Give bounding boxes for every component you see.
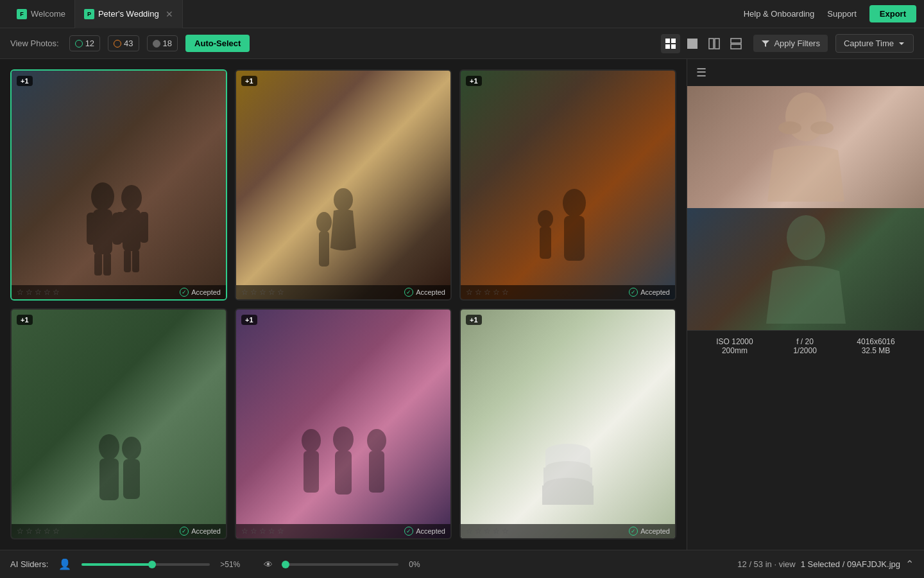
sort-button[interactable]: Capture Time [835,34,914,53]
silhouette-5 [273,423,414,519]
slider-1-container [81,563,210,566]
toolbar: View Photos: 12 43 18 Auto-Select Apply … [0,28,924,59]
grid-view-icon[interactable] [661,34,680,53]
check-icon-5: ✓ [404,527,413,536]
apply-filters-button[interactable]: Apply Filters [753,35,828,52]
photo-footer-5: ☆ ☆ ☆ ☆ ☆ ✓ Accepted [236,524,450,538]
stars-5: ☆ ☆ ☆ ☆ ☆ [241,527,284,536]
accepted-label-3: Accepted [640,288,670,296]
accepted-label-4: Accepted [191,527,221,535]
check-icon-2: ✓ [404,288,413,297]
split-view-left-icon[interactable] [705,34,724,53]
svg-point-45 [778,121,801,134]
svg-rect-20 [132,250,139,272]
photo-card-6[interactable]: +1 ☆ ☆ ☆ ☆ ☆ ✓ Accepted [459,308,676,539]
bottom-status: 12 / 53 in · view 1 Selected / 09AFJDJK.… [737,558,914,570]
accepted-badge-6: ✓ Accepted [629,527,670,536]
auto-select-button[interactable]: Auto-Select [185,35,250,52]
svg-rect-6 [715,39,719,49]
split-view-right-icon[interactable] [726,34,746,53]
photo-footer-1: ☆ ☆ ☆ ☆ ☆ ✓ Accepted [12,285,226,299]
svg-rect-29 [99,459,119,500]
dot-gray [153,40,160,48]
view-count-18[interactable]: 18 [147,35,178,51]
portrait-silhouette-1 [755,92,857,202]
selected-label: 1 Selected / 09AFJDJK.jpg [801,559,900,569]
tab-wedding-label: Peter's Wedding [98,9,159,19]
svg-point-34 [333,426,354,452]
photo-card-2[interactable]: +1 ☆ ☆ ☆ ☆ ☆ ✓ Accepted [235,69,452,301]
close-tab-icon[interactable]: ✕ [166,9,173,19]
count-18: 18 [163,39,172,48]
photo-image-6 [461,310,675,538]
meta-aperture: f / 20 1/2000 [793,337,817,355]
view-count-43[interactable]: 43 [108,35,139,51]
svg-rect-1 [671,39,676,43]
svg-point-15 [121,185,142,211]
tab-welcome[interactable]: F Welcome [8,0,75,28]
silhouette-3 [510,184,626,280]
ai-sliders-label: AI Sliders: [10,559,48,569]
preview-image-bottom[interactable] [687,208,924,330]
tab-peters-wedding[interactable]: P Peter's Wedding ✕ [75,0,183,28]
main-area: +1 ☆ ☆ ☆ ☆ ☆ ✓ Accepted [0,59,924,550]
check-icon-6: ✓ [629,527,638,536]
svg-rect-23 [319,231,329,267]
svg-rect-8 [731,44,741,49]
svg-rect-18 [140,212,148,243]
filter-label: Apply Filters [774,39,820,48]
slider-1-track[interactable] [81,563,210,566]
dot-green [75,40,83,48]
filesize-value: 32.5 MB [857,346,894,355]
photo-card-1[interactable]: +1 ☆ ☆ ☆ ☆ ☆ ✓ Accepted [10,69,227,301]
check-icon-3: ✓ [629,288,638,297]
export-button[interactable]: Export [869,5,916,22]
svg-point-32 [302,429,321,452]
accepted-label-5: Accepted [416,527,445,535]
star: ☆ [53,288,60,297]
photo-image-3 [461,71,675,299]
accepted-badge-3: ✓ Accepted [629,288,670,297]
photo-card-4[interactable]: +1 ☆ ☆ ☆ ☆ ☆ ✓ Accepted [10,308,227,539]
photo-image-5 [236,310,450,538]
svg-rect-3 [671,44,676,49]
svg-point-28 [99,434,119,460]
focal-value: 200mm [716,346,753,355]
svg-rect-0 [665,39,670,43]
chevron-up-icon[interactable]: ⌃ [905,558,914,570]
dot-orange [114,40,121,48]
svg-rect-17 [116,212,124,243]
welcome-tab-logo: F [17,9,27,19]
svg-point-22 [316,212,332,232]
svg-point-47 [787,215,825,260]
svg-rect-37 [369,451,384,493]
view-count-12[interactable]: 12 [69,35,100,51]
accepted-badge-4: ✓ Accepted [180,527,221,536]
slider-2-container [283,563,398,566]
stars-2: ☆ ☆ ☆ ☆ ☆ [241,288,284,297]
eye-icon: 👁 [264,559,273,570]
slider-2-thumb[interactable] [282,561,289,568]
slider-1-thumb[interactable] [148,561,156,568]
stars-1: ☆ ☆ ☆ ☆ ☆ [17,288,60,297]
person-icon: 👤 [58,558,71,570]
svg-rect-13 [94,253,102,276]
photo-card-3[interactable]: +1 ☆ ☆ ☆ ☆ ☆ ✓ Accepted [459,69,676,301]
star: ☆ [26,288,33,297]
photo-card-5[interactable]: +1 ☆ ☆ ☆ ☆ ☆ ✓ Accepted [235,308,452,539]
help-link[interactable]: Help & Onboarding [744,9,815,19]
svg-rect-16 [123,209,141,251]
slider-1-fill [81,563,152,566]
preview-image-top[interactable] [687,86,924,208]
support-link[interactable]: Support [827,9,857,19]
slider-2-track[interactable] [283,563,398,566]
chevron-down-icon [898,40,905,48]
photo-image-2 [236,71,450,299]
count-12: 12 [85,39,94,48]
accepted-label-2: Accepted [416,288,445,296]
single-view-icon[interactable] [683,34,702,53]
photo-badge-4: +1 [17,315,33,325]
stars-4: ☆ ☆ ☆ ☆ ☆ [17,527,60,536]
menu-icon[interactable]: ☰ [687,59,924,86]
stars-3: ☆ ☆ ☆ ☆ ☆ [466,288,509,297]
